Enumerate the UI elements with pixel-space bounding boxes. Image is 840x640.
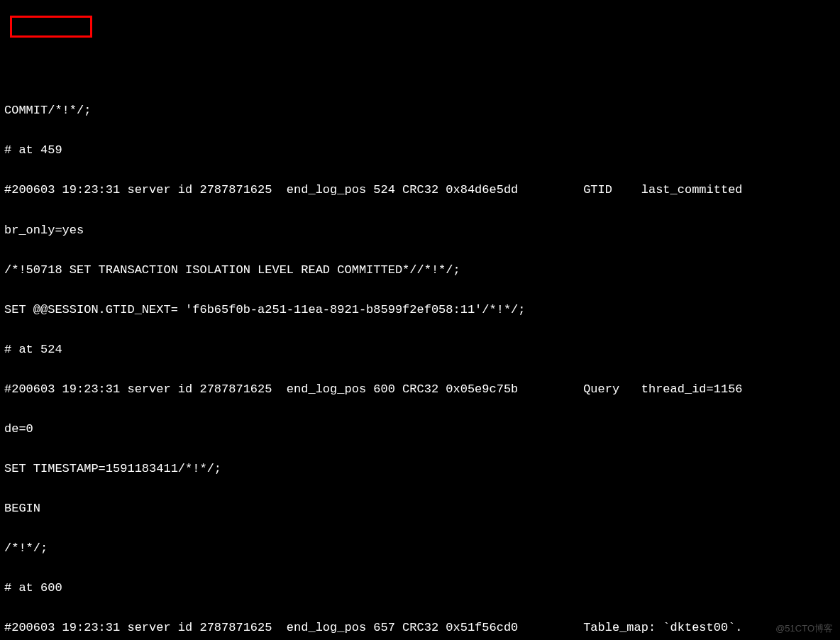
log-line: COMMIT/*!*/; bbox=[4, 101, 836, 121]
log-line: #200603 19:23:31 server id 2787871625 en… bbox=[4, 180, 836, 200]
log-line: # at 524 bbox=[4, 340, 836, 360]
log-line: SET TIMESTAMP=1591183411/*!*/; bbox=[4, 459, 836, 479]
terminal-output: COMMIT/*!*/; # at 459 #200603 19:23:31 s… bbox=[4, 81, 836, 640]
log-line: #200603 19:23:31 server id 2787871625 en… bbox=[4, 380, 836, 399]
log-line: /*!*/; bbox=[4, 539, 836, 558]
log-line: /*!50718 SET TRANSACTION ISOLATION LEVEL… bbox=[4, 260, 836, 280]
log-line: # at 600 bbox=[4, 578, 836, 598]
log-line: SET @@SESSION.GTID_NEXT= 'f6b65f0b-a251-… bbox=[4, 300, 836, 320]
watermark-text: @51CTO博客 bbox=[775, 621, 833, 636]
log-line: # at 459 bbox=[4, 140, 836, 160]
log-line: br_only=yes bbox=[4, 221, 836, 241]
log-line: de=0 bbox=[4, 419, 836, 439]
log-line: BEGIN bbox=[4, 499, 836, 519]
log-line: #200603 19:23:31 server id 2787871625 en… bbox=[4, 618, 836, 638]
highlight-annotation bbox=[10, 16, 92, 38]
